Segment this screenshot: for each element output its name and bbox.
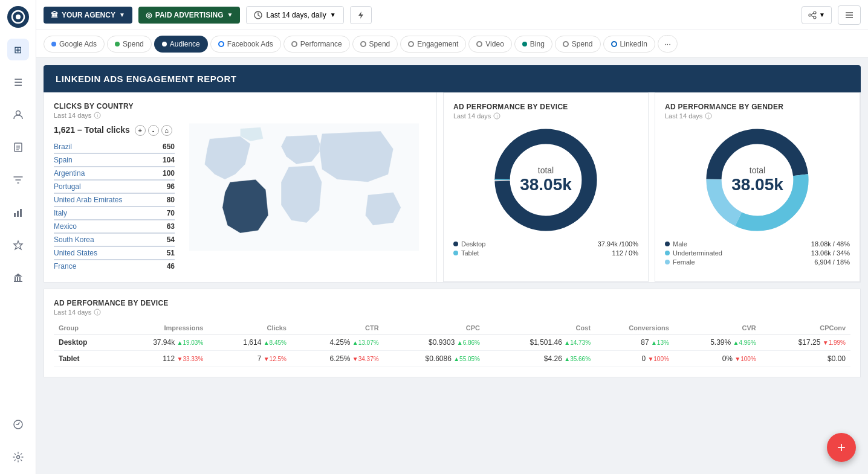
sidebar-item-star[interactable] (7, 234, 29, 256)
svg-point-20 (814, 11, 816, 14)
sidebar-item-report[interactable] (7, 136, 29, 158)
remove-country-button[interactable]: - (148, 125, 159, 136)
tab-label: LinkedIn (620, 40, 647, 48)
ad-perf-gender-card: AD PERFORMANCE BY GENDER Last 14 days i (655, 92, 860, 282)
tab-google-ads[interactable]: Google Ads (44, 36, 105, 53)
svg-rect-12 (15, 277, 16, 281)
svg-rect-3 (15, 143, 22, 152)
agency-icon: 🏛 (51, 11, 58, 19)
tab-more-icon: ··· (664, 39, 671, 48)
tab-spend1[interactable]: Spend (107, 36, 152, 53)
gender-total-label: total (731, 165, 783, 175)
tab-circle-icon (291, 41, 297, 47)
tab-bing[interactable]: Bing (514, 36, 552, 53)
agency-label: YOUR AGENCY (62, 11, 115, 19)
col-impressions: Impressions (114, 322, 209, 335)
info-icon: i (493, 112, 500, 120)
tab-dot (162, 42, 167, 46)
table-cell-group: Tablet (54, 351, 114, 367)
legend-value-female: 6,904 / 18% (814, 258, 850, 266)
svg-point-21 (814, 16, 816, 19)
sidebar-item-list[interactable]: ☰ (7, 71, 29, 93)
list-item: South Korea54 (54, 234, 175, 247)
tab-linkedin[interactable]: LinkedIn (603, 36, 655, 53)
tab-label: Audience (170, 40, 200, 48)
tab-spend3[interactable]: Spend (555, 36, 601, 53)
source-button[interactable]: ◎ PAID ADVERTISING ▼ (138, 7, 241, 24)
bolt-icon (357, 11, 365, 19)
svg-text:i: i (97, 114, 99, 118)
share-button[interactable]: ▼ (802, 6, 832, 24)
tab-video[interactable]: Video (468, 36, 511, 53)
perf-table: Group Impressions Clicks CTR CPC Cost Co… (54, 322, 850, 367)
table-cell: 7 ▼12.5% (208, 351, 291, 367)
table-cell-group: Desktop (54, 335, 114, 351)
bolt-button[interactable] (350, 6, 372, 24)
date-range-button[interactable]: Last 14 days, daily ▼ (246, 6, 343, 24)
svg-marker-19 (358, 11, 363, 19)
device-card-title: AD PERFORMANCE BY DEVICE (453, 103, 638, 111)
sidebar-item-user[interactable] (7, 104, 29, 126)
sidebar-item-settings[interactable] (7, 446, 29, 468)
table-cell: 4.25% ▲13.07% (291, 335, 384, 351)
report-header: LINKEDIN ADS ENGAGEMENT REPORT (44, 65, 861, 92)
sidebar-item-navigate[interactable] (7, 414, 29, 435)
sidebar: ⊞ ☰ (0, 0, 36, 474)
table-cell: 0% ▼100% (674, 351, 761, 367)
topbar: 🏛 YOUR AGENCY ▼ ◎ PAID ADVERTISING ▼ Las… (36, 0, 868, 30)
list-item: Argentina100 (54, 167, 175, 181)
fab-button[interactable]: + (827, 433, 856, 462)
agency-button[interactable]: 🏛 YOUR AGENCY ▼ (44, 7, 132, 24)
info-icon: i (94, 309, 101, 316)
tab-circle-icon (476, 41, 482, 47)
device-legend: Desktop 37.94k /100% Tablet 112 / 0% (453, 240, 638, 257)
table-card-subtitle: Last 14 days i (54, 309, 850, 316)
tab-circle-icon (563, 41, 569, 47)
sidebar-item-chart[interactable] (7, 202, 29, 223)
list-item: France46 (54, 260, 175, 272)
tab-label: Bing (530, 40, 545, 48)
share-caret-icon: ▼ (819, 11, 825, 18)
device-card-subtitle: Last 14 days i (453, 112, 638, 120)
tab-label: Spend (369, 40, 390, 48)
list-item: Mexico63 (54, 220, 175, 234)
col-cpc: CPC (384, 322, 485, 335)
tab-more-button[interactable]: ··· (658, 35, 678, 53)
menu-button[interactable] (838, 5, 861, 25)
tab-engagement[interactable]: Engagement (400, 36, 466, 53)
date-caret-icon: ▼ (330, 11, 336, 18)
sidebar-item-grid[interactable]: ⊞ (7, 39, 29, 60)
svg-text:i: i (497, 114, 498, 118)
tab-dot (522, 42, 527, 46)
home-country-button[interactable]: ⌂ (161, 125, 172, 136)
tab-spend2[interactable]: Spend (352, 36, 398, 53)
sidebar-item-filter[interactable] (7, 169, 29, 191)
svg-line-23 (811, 13, 814, 14)
svg-text:i: i (708, 114, 710, 118)
svg-point-2 (16, 111, 20, 115)
legend-dot-desktop (453, 242, 458, 246)
agency-caret-icon: ▼ (119, 11, 125, 18)
tab-circle-icon (408, 41, 414, 47)
col-cost: Cost (485, 322, 595, 335)
add-country-button[interactable]: + (135, 125, 146, 136)
legend-name-female: Female (673, 258, 814, 266)
tab-label: Google Ads (59, 40, 97, 48)
col-conversions: Conversions (595, 322, 674, 335)
tab-audience[interactable]: Audience (154, 36, 208, 53)
sidebar-item-bank[interactable] (7, 267, 29, 289)
tab-label: Facebook Ads (227, 40, 273, 48)
gender-total-value: 38.05k (731, 175, 783, 194)
table-cell: $0.6086 ▲55.05% (384, 351, 485, 367)
legend-dot-tablet (453, 251, 458, 255)
tab-label: Performance (300, 40, 342, 48)
tab-performance[interactable]: Performance (283, 36, 350, 53)
legend-name-tablet: Tablet (461, 249, 612, 257)
info-icon: i (705, 112, 712, 120)
table-cell: 6.25% ▼34.37% (291, 351, 384, 367)
tab-facebook-ads[interactable]: Facebook Ads (210, 36, 281, 53)
world-map (181, 102, 427, 272)
hamburger-icon (844, 10, 854, 20)
legend-name-male: Male (673, 240, 811, 248)
table-cell: 37.94k ▲19.03% (114, 335, 209, 351)
